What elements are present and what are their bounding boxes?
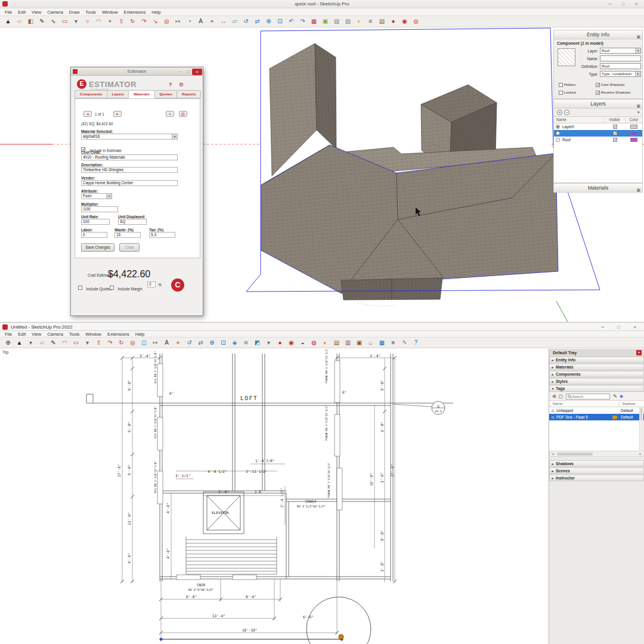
zoom-extents-icon[interactable]: ⊡ [218, 338, 228, 348]
freehand-tool-icon[interactable]: ∿ [48, 17, 58, 26]
layer-select[interactable]: Roof▼ [600, 48, 641, 54]
zoom-tool-icon[interactable]: ⊕ [207, 338, 217, 348]
tags-vertical-scrollbar[interactable] [639, 407, 643, 450]
estimator-settings-icon[interactable]: ◍ [411, 17, 421, 26]
estimator-reports-icon[interactable]: ◍ [309, 338, 319, 348]
multiplier-input[interactable]: /100 [81, 206, 118, 212]
eraser-tool-icon[interactable]: ▱ [37, 338, 47, 348]
estimator-extension-icon[interactable]: ● [275, 338, 285, 348]
eraser-tool-icon[interactable]: ▱ [14, 17, 24, 26]
tab-reports[interactable]: Reports [177, 90, 201, 98]
maximize-button[interactable]: □ [617, 0, 630, 8]
roof-component-model[interactable] [261, 44, 558, 300]
zoom-tool-icon[interactable]: ⊕ [264, 17, 274, 26]
outer-shell-icon[interactable]: ◫ [139, 338, 149, 348]
add-layer-button[interactable]: + [557, 110, 562, 115]
labor-input[interactable]: 0 [81, 232, 107, 238]
active-layer-radio[interactable] [556, 131, 560, 135]
wireframe-style-icon[interactable]: ◈ [230, 338, 240, 348]
menu-window[interactable]: Window [82, 330, 104, 338]
scale-tool-icon[interactable]: ↘ [150, 17, 160, 26]
rectangle-tool-icon[interactable]: ▭ [60, 17, 70, 26]
column-name[interactable]: Name [549, 401, 620, 407]
remove-layer-button[interactable]: − [564, 110, 569, 115]
arc-tool-icon[interactable]: ◠ [60, 338, 70, 348]
styles-panel-icon[interactable]: ▧ [343, 17, 353, 26]
waste-input[interactable]: 15 [114, 232, 141, 238]
tag-folder-icon[interactable]: ▢ [559, 394, 564, 399]
axes-tool-icon[interactable]: ⌖ [173, 338, 183, 348]
plan-stairs[interactable] [186, 537, 277, 574]
margin-input[interactable]: 0 [147, 281, 156, 287]
estimator-eye-icon[interactable]: ◉ [286, 338, 296, 348]
settings-gear-icon[interactable]: ⚙ [179, 82, 184, 88]
orbit-tool-icon[interactable]: ↺ [184, 338, 194, 348]
active-layer-radio[interactable] [556, 125, 560, 129]
select-tool-icon[interactable]: ▲ [3, 17, 13, 26]
menu-edit[interactable]: Edit [15, 8, 29, 16]
truss-tool-icon[interactable]: ▣ [354, 338, 364, 348]
tray-section-components[interactable]: ▸Components [549, 371, 644, 377]
grid-tool-icon[interactable]: ▦ [377, 338, 387, 348]
description-input[interactable]: Timberline HD Shingles [81, 167, 178, 173]
layer-visible-checkbox[interactable] [613, 131, 617, 135]
menu-help[interactable]: Help [132, 330, 147, 338]
clear-button[interactable]: Clear [119, 243, 140, 252]
receive-shadows-checkbox[interactable] [596, 91, 600, 95]
tape-measure-icon[interactable]: ↦ [150, 338, 160, 348]
tag-visibility-icon[interactable]: ⊙ [549, 408, 556, 413]
layer-visible-checkbox[interactable] [613, 138, 617, 142]
menu-draw[interactable]: Draw [66, 8, 83, 16]
hidden-checkbox[interactable] [559, 83, 563, 87]
include-margin-checkbox[interactable] [110, 286, 114, 290]
next-item-button[interactable]: ► [113, 111, 122, 117]
select-tool-icon[interactable]: ▲ [14, 338, 24, 348]
shapes-tool-icon[interactable]: ▭ [71, 338, 81, 348]
materials-header[interactable]: Materials ▣ [553, 183, 643, 193]
attribute-select[interactable]: Feet²▼ [81, 193, 112, 199]
tag-search-box[interactable] [566, 394, 610, 400]
menu-window[interactable]: Window [99, 8, 121, 16]
zoom-search-icon[interactable]: ⊕ [3, 338, 13, 348]
tab-quotes[interactable]: Quotes [154, 90, 178, 98]
framing-lumber-icon[interactable]: ▤ [332, 338, 342, 348]
cost-code-input[interactable]: 4010 - Roofing Materials [81, 154, 178, 160]
estimator-reports-icon[interactable]: ◉ [400, 17, 410, 26]
minimize-button[interactable]: ─ [595, 323, 611, 332]
layer-row-selected[interactable] [554, 130, 642, 137]
line-tool-icon[interactable]: ✎ [37, 17, 47, 26]
extension-warehouse-icon[interactable]: ▦ [309, 17, 319, 26]
scrollbar-thumb[interactable] [557, 453, 593, 456]
menu-file[interactable]: File [2, 8, 15, 16]
menu-extensions[interactable]: Extensions [121, 8, 149, 16]
menu-tools[interactable]: Tools [66, 330, 83, 338]
tag-detail-icon[interactable]: ◈ [620, 394, 623, 399]
close-tray-icon[interactable]: × [636, 350, 642, 355]
panel-detach-icon[interactable]: ▣ [636, 185, 640, 194]
tag-color-swatch[interactable] [612, 416, 617, 419]
estimator-dialog[interactable]: Estimator ─ □ × E ESTIMATOR for SketchUp… [70, 67, 203, 316]
layers-menu-icon[interactable]: ▸ [637, 110, 640, 114]
tax-input[interactable]: 5.3 [149, 232, 175, 238]
xray-style-icon[interactable]: ≋ [241, 338, 251, 348]
minimize-button[interactable]: ─ [603, 0, 617, 8]
offset-tool-icon[interactable]: ◎ [162, 17, 172, 26]
dropper-tool-icon[interactable]: ✎ [400, 338, 410, 348]
list-panel-icon[interactable]: ≡ [388, 338, 398, 348]
pencil-tool-icon[interactable]: ✎ [48, 338, 58, 348]
maximize-button[interactable]: □ [611, 323, 627, 332]
column-name[interactable]: Name [554, 117, 604, 123]
type-select[interactable]: Type: <undefined>▼ [600, 71, 641, 77]
add-item-button[interactable]: + [166, 111, 174, 117]
help-icon[interactable]: ? [169, 82, 172, 88]
estimator-minimize-button[interactable]: ─ [177, 68, 184, 75]
tray-section-materials[interactable]: ▸Materials [549, 364, 644, 370]
zoom-extents-icon[interactable]: ⊡ [275, 17, 285, 26]
add-tag-icon[interactable]: ⊕ [552, 394, 556, 399]
column-color[interactable]: Color [626, 117, 642, 123]
tray-title-bar[interactable]: Default Tray × [549, 349, 644, 357]
components-panel-icon[interactable]: ▣ [320, 17, 330, 26]
estimator-quotes-icon[interactable]: ◒ [298, 338, 308, 348]
tag-visibility-icon[interactable]: ⊙ [549, 415, 556, 419]
push-pull-tool-icon[interactable]: ⇧ [116, 17, 126, 26]
